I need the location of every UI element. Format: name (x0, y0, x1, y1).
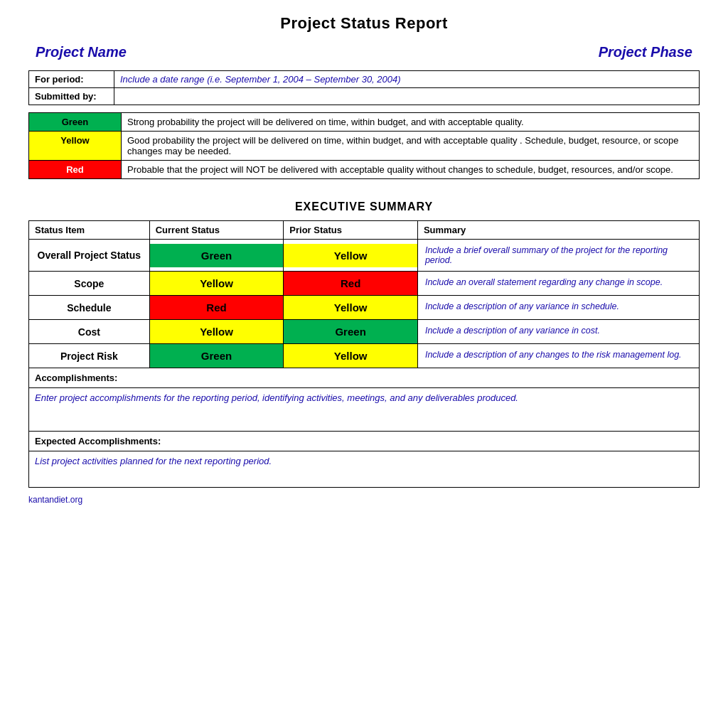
legend-table: Green Strong probability the project wil… (28, 112, 700, 179)
accomplishments-body: Enter project accomplishments for the re… (29, 388, 699, 431)
header-current-status: Current Status (149, 221, 284, 240)
header-row: Project Name Project Phase (28, 44, 700, 60)
project-name-label: Project Name (36, 44, 127, 60)
header-status-item: Status Item (29, 221, 150, 240)
submitted-by-label: Submitted by: (29, 88, 114, 105)
exec-row: ScheduleRedYellowInclude a description o… (29, 296, 700, 320)
exec-row-4-summary: Include a description of any changes to … (417, 344, 699, 368)
project-phase-label: Project Phase (599, 44, 692, 60)
for-period-label: For period: (29, 71, 114, 88)
exec-row-1-prior: Red (284, 272, 418, 296)
exec-row-2-prior: Yellow (284, 296, 418, 320)
exec-row: Project RiskGreenYellowInclude a descrip… (29, 344, 700, 368)
executive-summary-table: Status Item Current Status Prior Status … (28, 220, 700, 368)
accomplishments-header: Accomplishments: (29, 368, 699, 388)
exec-row-4-current: Green (149, 344, 284, 368)
exec-row-1-item: Scope (29, 272, 150, 296)
exec-row-4-prior: Yellow (284, 344, 418, 368)
exec-row-2-current: Red (149, 296, 284, 320)
exec-row-2-summary: Include a description of any variance in… (417, 296, 699, 320)
accomplishments-section: Accomplishments: Enter project accomplis… (28, 368, 700, 488)
exec-row-0-item: Overall Project Status (29, 240, 150, 272)
exec-row-0-prior: Yellow (284, 240, 418, 272)
exec-row-0-summary: Include a brief overall summary of the p… (417, 240, 699, 272)
header-summary: Summary (417, 221, 699, 240)
page-title: Project Status Report (28, 14, 700, 33)
exec-row-3-current: Yellow (149, 320, 284, 344)
expected-accomplishments-body: List project activities planned for the … (29, 451, 699, 487)
exec-row-3-summary: Include a description of any variance in… (417, 320, 699, 344)
expected-accomplishments-header: Expected Accomplishments: (29, 431, 699, 451)
for-period-value: Include a date range (i.e. September 1, … (114, 71, 700, 88)
exec-row-1-current: Yellow (149, 272, 284, 296)
exec-row: CostYellowGreenInclude a description of … (29, 320, 700, 344)
submitted-by-value (114, 88, 700, 105)
exec-row-1-summary: Include an overall statement regarding a… (417, 272, 699, 296)
exec-row-0-current: Green (149, 240, 284, 272)
legend-green-label: Green (29, 113, 122, 132)
header-prior-status: Prior Status (284, 221, 418, 240)
exec-row-2-item: Schedule (29, 296, 150, 320)
footer-link[interactable]: kantandiet.org (28, 495, 700, 505)
legend-green-row: Green Strong probability the project wil… (29, 113, 700, 132)
for-period-row: For period: Include a date range (i.e. S… (29, 71, 700, 88)
legend-green-desc: Strong probability the project will be d… (122, 113, 700, 132)
exec-row-3-prior: Green (284, 320, 418, 344)
legend-yellow-desc: Good probability the project will be del… (122, 132, 700, 161)
exec-summary-title: EXECUTIVE SUMMARY (28, 200, 700, 213)
submitted-by-row: Submitted by: (29, 88, 700, 105)
legend-red-row: Red Probable that the project will NOT b… (29, 161, 700, 179)
exec-row: ScopeYellowRedInclude an overall stateme… (29, 272, 700, 296)
legend-yellow-label: Yellow (29, 132, 122, 161)
exec-row-3-item: Cost (29, 320, 150, 344)
exec-row-4-item: Project Risk (29, 344, 150, 368)
legend-red-label: Red (29, 161, 122, 179)
legend-red-desc: Probable that the project will NOT be de… (122, 161, 700, 179)
exec-table-header-row: Status Item Current Status Prior Status … (29, 221, 700, 240)
legend-yellow-row: Yellow Good probability the project will… (29, 132, 700, 161)
info-table: For period: Include a date range (i.e. S… (28, 70, 700, 105)
exec-row: Overall Project StatusGreenYellowInclude… (29, 240, 700, 272)
